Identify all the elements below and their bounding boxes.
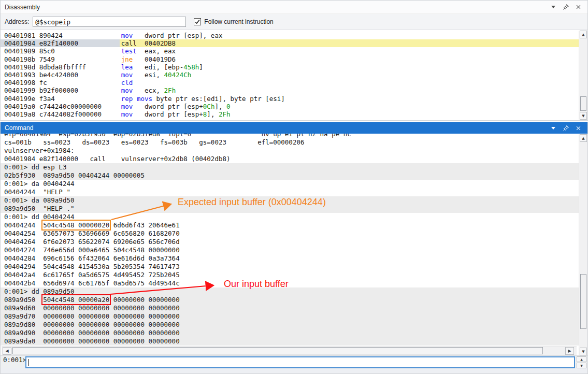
code-line[interactable]: 00401984 e82f140000 call 00402DB8 bbox=[1, 39, 579, 47]
address-label: Address: bbox=[5, 18, 29, 25]
code-segment: 00401989 85c0 bbox=[4, 47, 121, 55]
code-segment: mov bbox=[121, 110, 133, 118]
code-segment: 00404264 6f6e2073 65622074 69206e65 656c… bbox=[4, 238, 180, 246]
code-segment: 004019D6 bbox=[133, 55, 176, 63]
code-segment: 0:001> dd 00404244 bbox=[4, 213, 74, 221]
scroll-up-icon[interactable]: ▲ bbox=[580, 134, 587, 142]
checkbox-box[interactable] bbox=[194, 18, 201, 25]
follow-checkbox-label: Follow current instruction bbox=[204, 18, 273, 25]
disassembly-code-area[interactable]: 00401981 890424 mov dword ptr [esp], eax… bbox=[1, 31, 587, 120]
command-prompt-row: 0:001> ▲ ▼ bbox=[1, 355, 587, 368]
code-line: 089a9d50 504c4548 00000a20 00000000 0000… bbox=[1, 296, 587, 304]
code-segment: 2Fh bbox=[219, 110, 231, 118]
scroll-down-icon[interactable]: ▼ bbox=[580, 112, 587, 120]
code-segment: 00402DB8 bbox=[137, 39, 176, 47]
code-line[interactable]: 00401999 b92f000000 mov ecx, 2Fh bbox=[1, 87, 579, 94]
code-line[interactable]: 00401993 be4c424000 mov esi, 40424Ch bbox=[1, 71, 579, 79]
code-line: 0:001> dd 00404244 bbox=[1, 213, 587, 221]
disassembly-title: Disassembly bbox=[5, 4, 40, 11]
disassembly-vertical-scrollbar[interactable]: ▲ ▼ bbox=[579, 31, 587, 120]
code-line[interactable]: 00401998 fc cld bbox=[1, 79, 579, 87]
code-segment: ecx, bbox=[133, 87, 164, 94]
code-line: 00404264 6f6e2073 65622074 69206e65 656c… bbox=[1, 238, 587, 246]
follow-current-instruction-checkbox[interactable]: Follow current instruction bbox=[194, 18, 273, 25]
code-line[interactable]: 004019a8 c74424082f000000 mov dword ptr … bbox=[1, 110, 579, 118]
code-segment: 0040198b 7549 bbox=[4, 55, 121, 63]
command-titlebar: Command bbox=[1, 122, 587, 134]
code-segment: 504c4548 00000020 bbox=[43, 221, 109, 229]
close-icon[interactable] bbox=[572, 123, 584, 133]
code-line[interactable]: 00401981 890424 mov dword ptr [esp], eax bbox=[1, 32, 579, 39]
code-line: 0:001> da 00404244 bbox=[1, 180, 587, 188]
chevron-down-icon[interactable] bbox=[547, 3, 560, 12]
disassembly-panel: Disassembly Address: bbox=[0, 0, 588, 121]
code-segment: 00000000 00000000 bbox=[109, 296, 179, 304]
command-output-area[interactable]: eip=00401984 esp=02b5f930 ebp=02b5fed8 i… bbox=[1, 134, 587, 346]
spinner-up-icon[interactable]: ▲ bbox=[577, 356, 586, 362]
command-input[interactable] bbox=[25, 356, 575, 368]
code-line: 00401984 e82f140000 call vulnserver+0x2d… bbox=[1, 155, 587, 163]
code-segment: 089a9d60 00000000 00000000 00000000 0000… bbox=[4, 304, 180, 312]
code-segment: lea bbox=[121, 63, 133, 71]
spinner-down-icon[interactable]: ▼ bbox=[577, 363, 586, 368]
code-line: 00404294 504c4548 4154530a 5b205354 7461… bbox=[1, 263, 587, 271]
code-line: 004042b4 656d6974 6c61765f 0a5d6575 4d49… bbox=[1, 279, 587, 287]
scroll-right-icon[interactable]: ▶ bbox=[565, 347, 574, 355]
code-segment: 0040199e f3a4 bbox=[4, 95, 121, 103]
scroll-down-icon[interactable]: ▼ bbox=[580, 348, 587, 355]
code-segment: ] bbox=[199, 63, 203, 71]
code-segment: 6d6d6f43 20646e61 bbox=[109, 221, 179, 229]
code-line: 00404244 "HELP " bbox=[1, 188, 587, 196]
address-input[interactable] bbox=[33, 17, 186, 27]
code-segment: dword ptr [esp+ bbox=[133, 103, 203, 110]
code-segment: 00401981 890424 bbox=[4, 32, 121, 39]
code-line[interactable]: 0040198b 7549 jne 004019D6 bbox=[1, 55, 579, 63]
scroll-left-icon[interactable]: ◀ bbox=[3, 347, 11, 355]
code-line[interactable]: 0040198d 8dbda8fbffff lea edi, [ebp-458h… bbox=[1, 63, 579, 71]
code-segment: 00401984 e82f140000 bbox=[4, 39, 121, 47]
code-line: 00404244 504c4548 00000020 6d6d6f43 2064… bbox=[1, 221, 587, 229]
code-line[interactable]: 00401989 85c0 test eax, eax bbox=[1, 47, 579, 55]
code-segment: 0:001> dd esp L3 bbox=[4, 163, 66, 171]
annotation-expected-buffer: Expected input buffer (0x00404244) bbox=[178, 197, 326, 208]
code-segment: 004042b4 656d6974 6c61765f 0a5d6575 4d49… bbox=[4, 279, 180, 287]
code-segment: 0:001> dd 089a9d50 bbox=[4, 287, 74, 295]
code-line: vulnserver+0x1984: bbox=[1, 147, 587, 155]
code-segment: 00401999 b92f000000 bbox=[4, 87, 121, 94]
code-line: 00404254 63657073 63696669 6c656820 6168… bbox=[1, 229, 587, 238]
code-line: 00404284 696c6156 6f432064 6e616d6d 0a3a… bbox=[1, 254, 587, 263]
code-segment: edi, [ebp- bbox=[133, 63, 183, 71]
scroll-up-icon[interactable]: ▲ bbox=[580, 31, 587, 38]
code-line: 089a9da0 00000000 00000000 00000000 0000… bbox=[1, 337, 587, 346]
code-segment: call bbox=[121, 39, 137, 47]
prompt-label: 0:001> bbox=[3, 356, 26, 369]
code-line[interactable]: 004019a0 c744240c00000000 mov dword ptr … bbox=[1, 103, 579, 110]
close-icon[interactable] bbox=[572, 3, 584, 12]
chevron-down-icon[interactable] bbox=[547, 123, 560, 133]
code-segment: 00404254 63657073 63696669 6c656820 6168… bbox=[4, 229, 180, 237]
code-line: 089a9d80 00000000 00000000 00000000 0000… bbox=[1, 321, 587, 329]
code-segment: 00404294 504c4548 4154530a 5b205354 7461… bbox=[4, 263, 180, 270]
disassembly-toolbar: Address: Follow current instruction bbox=[1, 14, 587, 30]
disassembly-scrollbar-thumb[interactable] bbox=[580, 96, 586, 111]
pin-icon[interactable] bbox=[560, 3, 572, 12]
code-segment: cld bbox=[121, 79, 133, 87]
code-segment: 004019a0 c744240c00000000 bbox=[4, 103, 121, 110]
status-bar bbox=[1, 368, 587, 373]
command-title: Command bbox=[5, 124, 33, 132]
command-horizontal-scrollbar[interactable]: ◀ ▶ bbox=[2, 346, 577, 355]
code-segment: mov bbox=[121, 87, 133, 94]
code-segment: 00401984 e82f140000 call vulnserver+0x2d… bbox=[4, 155, 231, 163]
command-scrollbar-thumb[interactable] bbox=[580, 274, 586, 329]
code-segment: 089a9d70 00000000 00000000 00000000 0000… bbox=[4, 312, 180, 320]
horizontal-scrollbar-thumb[interactable] bbox=[12, 347, 543, 354]
code-segment: ], bbox=[214, 103, 226, 110]
pin-icon[interactable] bbox=[560, 123, 572, 133]
code-segment: 00401993 be4c424000 bbox=[4, 71, 121, 79]
command-vertical-scrollbar[interactable]: ▲ ▼ bbox=[579, 134, 587, 355]
command-output-lines: eip=00401984 esp=02b5f930 ebp=02b5fed8 i… bbox=[1, 134, 587, 346]
code-line[interactable]: 0040199e f3a4 rep movs byte ptr es:[edi]… bbox=[1, 95, 579, 103]
code-segment: 004019a8 c74424082f000000 bbox=[4, 110, 121, 118]
code-segment: esi, bbox=[133, 71, 164, 79]
code-segment: 0:001> da 00404244 bbox=[4, 180, 74, 188]
